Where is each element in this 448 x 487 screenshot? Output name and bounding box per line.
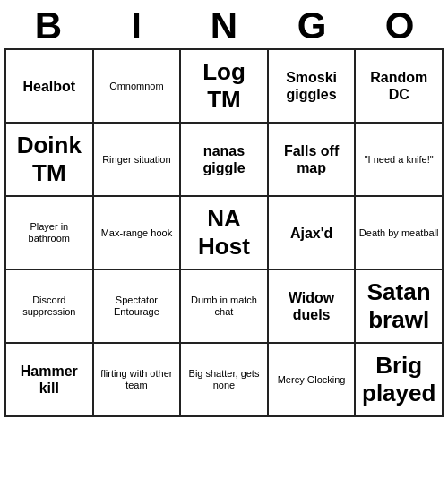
bingo-cell-text-9: "I need a knife!" — [365, 154, 434, 166]
bingo-cell-text-21: flirting with other team — [97, 368, 177, 391]
bingo-cell-text-3: Smoski giggles — [271, 69, 352, 103]
bingo-cell-1: Omnomnom — [94, 50, 182, 124]
bingo-cell-text-8: Falls off map — [271, 142, 352, 176]
bingo-cell-text-19: Satan brawl — [358, 278, 439, 334]
bingo-cell-17: Dumb in match chat — [181, 270, 269, 344]
bingo-cell-text-5: Doink TM — [9, 132, 90, 187]
bingo-letter-B: B — [4, 4, 92, 48]
bingo-cell-11: Max-range hook — [94, 197, 182, 270]
bingo-cell-text-24: Brig played — [358, 352, 439, 407]
bingo-cell-15: Discord suppression — [6, 270, 94, 344]
bingo-cell-text-15: Discord suppression — [9, 295, 90, 318]
bingo-cell-19: Satan brawl — [356, 270, 444, 344]
bingo-cell-text-20: Hammer kill — [9, 363, 90, 397]
bingo-letter-O: O — [356, 4, 444, 48]
bingo-cell-text-13: Ajax'd — [290, 225, 332, 242]
bingo-cell-text-23: Mercy Glocking — [278, 374, 346, 386]
bingo-grid: HealbotOmnomnomLog TMSmoski gigglesRando… — [4, 48, 444, 417]
bingo-letter-I: I — [92, 4, 180, 48]
bingo-cell-13: Ajax'd — [269, 197, 357, 270]
bingo-cell-text-1: Omnomnom — [109, 81, 164, 92]
bingo-cell-16: Spectator Entourage — [94, 270, 182, 344]
bingo-cell-6: Ringer situation — [94, 124, 182, 197]
bingo-cell-14: Death by meatball — [356, 197, 444, 270]
bingo-cell-0: Healbot — [6, 50, 94, 124]
bingo-cell-8: Falls off map — [269, 124, 357, 197]
bingo-cell-21: flirting with other team — [94, 344, 182, 417]
bingo-header: BINGO — [4, 4, 444, 48]
bingo-cell-text-0: Healbot — [22, 78, 75, 95]
bingo-cell-23: Mercy Glocking — [269, 344, 357, 417]
bingo-cell-text-10: Player in bathroom — [9, 221, 90, 244]
bingo-cell-5: Doink TM — [6, 124, 94, 197]
bingo-cell-text-22: Big shatter, gets none — [184, 368, 264, 391]
bingo-cell-text-17: Dumb in match chat — [184, 295, 264, 318]
bingo-cell-4: Random DC — [356, 50, 444, 124]
bingo-cell-7: nanas giggle — [181, 124, 269, 197]
bingo-card: BINGO HealbotOmnomnomLog TMSmoski giggle… — [4, 4, 444, 417]
bingo-cell-text-16: Spectator Entourage — [97, 295, 177, 318]
bingo-cell-2: Log TM — [181, 50, 269, 124]
bingo-letter-G: G — [268, 4, 356, 48]
bingo-cell-text-6: Ringer situation — [102, 154, 170, 166]
bingo-cell-text-7: nanas giggle — [184, 142, 264, 176]
bingo-cell-24: Brig played — [356, 344, 444, 417]
bingo-cell-text-12: NA Host — [184, 205, 264, 261]
bingo-cell-20: Hammer kill — [6, 344, 94, 417]
bingo-cell-9: "I need a knife!" — [356, 124, 444, 197]
bingo-cell-12: NA Host — [181, 197, 269, 270]
bingo-cell-10: Player in bathroom — [6, 197, 94, 270]
bingo-cell-18: Widow duels — [269, 270, 357, 344]
bingo-cell-text-4: Random DC — [358, 69, 439, 103]
bingo-cell-text-2: Log TM — [184, 58, 264, 114]
bingo-letter-N: N — [180, 4, 268, 48]
bingo-cell-text-14: Death by meatball — [359, 227, 439, 239]
bingo-cell-3: Smoski giggles — [269, 50, 357, 124]
bingo-cell-22: Big shatter, gets none — [181, 344, 269, 417]
bingo-cell-text-11: Max-range hook — [101, 227, 173, 239]
bingo-cell-text-18: Widow duels — [271, 289, 352, 323]
